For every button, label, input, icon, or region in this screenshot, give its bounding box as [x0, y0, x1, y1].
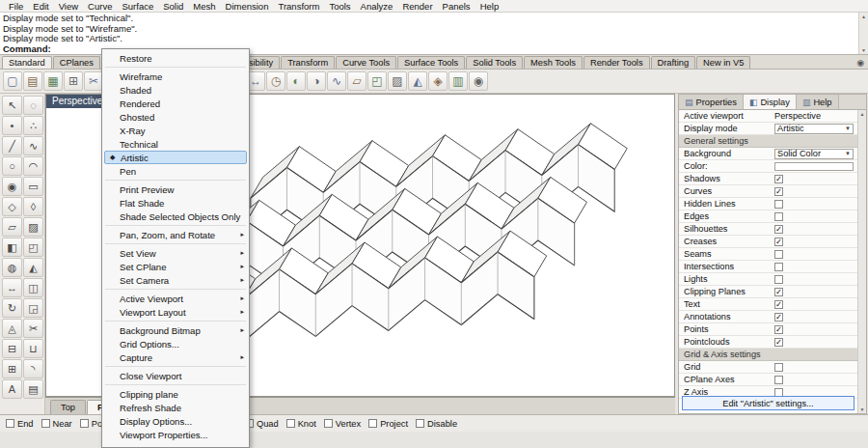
split-tool-icon[interactable]: ⊟: [2, 339, 22, 358]
seams-checkbox[interactable]: [774, 250, 783, 259]
mirror-tool-icon[interactable]: ◬: [2, 319, 22, 338]
osnap-end[interactable]: End: [6, 419, 34, 429]
menu-item-rendered[interactable]: Rendered: [102, 97, 249, 110]
rectangle-tool-icon[interactable]: ▭: [23, 177, 43, 196]
menu-item-display-options[interactable]: Display Options...: [102, 414, 249, 428]
menu-item-close-viewport[interactable]: Close Viewport: [102, 369, 249, 382]
rotate-view-icon[interactable]: ◷: [266, 71, 285, 91]
shadows-checkbox[interactable]: ✓: [774, 175, 783, 183]
trim-tool-icon[interactable]: ✂: [23, 319, 43, 338]
menubar-item-tools[interactable]: Tools: [324, 1, 355, 12]
material-editor-icon[interactable]: ◈: [428, 71, 448, 91]
select-pointer-tool-icon[interactable]: ↖: [2, 96, 22, 115]
osnap-project[interactable]: Project: [368, 419, 408, 429]
tab-transform[interactable]: Transform: [281, 56, 335, 69]
panel-tab-properties[interactable]: ▤Properties: [679, 95, 744, 109]
menu-item-ghosted[interactable]: Ghosted: [102, 110, 249, 124]
tab-curve-tools[interactable]: Curve Tools: [336, 56, 396, 69]
layers-tool-icon[interactable]: ▤: [23, 379, 43, 399]
layer-manager-icon[interactable]: ▥: [448, 71, 468, 91]
options-icon[interactable]: ◉: [469, 71, 488, 91]
menubar-item-curve[interactable]: Curve: [83, 1, 117, 12]
menu-item-shade-selected-objects-only[interactable]: Shade Selected Objects Only: [102, 210, 249, 223]
tab-standard[interactable]: Standard: [2, 56, 52, 69]
box-tool-icon[interactable]: ◰: [23, 238, 43, 257]
creases-checkbox[interactable]: ✓: [774, 238, 783, 246]
osnap-vertex[interactable]: Vertex: [324, 419, 361, 429]
menu-item-technical[interactable]: Technical: [102, 137, 249, 151]
ellipse-tool-icon[interactable]: ◉: [2, 177, 22, 196]
osnap-project-checkbox[interactable]: [368, 419, 377, 428]
menu-item-clipping-plane[interactable]: Clipping plane: [102, 387, 249, 401]
menu-item-wireframe[interactable]: Wireframe: [102, 70, 249, 83]
array-tool-icon[interactable]: ⊞: [2, 359, 22, 378]
annotations-checkbox[interactable]: ✓: [774, 313, 783, 322]
osnap-knot-checkbox[interactable]: [286, 419, 295, 428]
menubar-item-view[interactable]: View: [54, 1, 83, 12]
mesh-tools-icon[interactable]: ▨: [388, 71, 407, 91]
extrude-tool-icon[interactable]: ◧: [2, 238, 22, 257]
toolbar-options-icon[interactable]: ◉: [856, 58, 864, 68]
edges-checkbox[interactable]: [774, 212, 783, 221]
osnap-vertex-checkbox[interactable]: [324, 419, 333, 428]
scale-tool-icon[interactable]: ◲: [23, 298, 43, 318]
line-tool-icon[interactable]: ╱: [2, 136, 22, 155]
sphere-tool-icon[interactable]: ◍: [2, 258, 22, 277]
lights-checkbox[interactable]: [774, 275, 783, 284]
tab-surface-tools[interactable]: Surface Tools: [397, 56, 465, 69]
menubar-item-file[interactable]: File: [4, 1, 28, 12]
menu-item-capture[interactable]: Capture▸: [102, 350, 249, 364]
panel-tab-display[interactable]: ◧Display: [744, 95, 797, 109]
text-checkbox[interactable]: ✓: [774, 300, 783, 309]
point-tool-icon[interactable]: •: [2, 116, 22, 135]
menu-item-active-viewport[interactable]: Active Viewport▸: [102, 292, 249, 305]
render-icon[interactable]: ◭: [408, 71, 427, 91]
join-tool-icon[interactable]: ⊔: [23, 339, 43, 358]
menu-item-viewport-properties[interactable]: Viewport Properties...: [102, 428, 249, 441]
loft-tool-icon[interactable]: ▨: [23, 217, 43, 237]
surface-tool-icon[interactable]: ▱: [2, 217, 22, 237]
osnap-disable-checkbox[interactable]: [416, 419, 424, 428]
points-checkbox[interactable]: ✓: [774, 325, 783, 334]
menu-item-flat-shade[interactable]: Flat Shade: [102, 196, 249, 210]
tab-render-tools[interactable]: Render Tools: [583, 56, 650, 69]
menu-item-pan-zoom-and-rotate[interactable]: Pan, Zoom, and Rotate▸: [102, 228, 249, 241]
edit-artistic-settings-button[interactable]: Edit "Artistic" settings...: [682, 396, 854, 410]
new-file-icon[interactable]: ▢: [3, 71, 22, 91]
menubar-item-render[interactable]: Render: [397, 1, 437, 12]
display-mode-dropdown[interactable]: Artistic▼: [774, 124, 854, 134]
panel-scroll-up-icon[interactable]: ▲: [860, 110, 865, 118]
polygon-tool-icon[interactable]: ◇: [2, 197, 22, 216]
text-tool-icon[interactable]: A: [2, 379, 22, 399]
background-color-swatch[interactable]: [774, 162, 854, 171]
menu-item-set-view[interactable]: Set View▸: [102, 246, 249, 260]
curve-tools-icon[interactable]: ∿: [327, 71, 346, 91]
tab-solid-tools[interactable]: Solid Tools: [466, 56, 523, 69]
osnap-near-checkbox[interactable]: [41, 419, 50, 428]
point-cloud-tool-icon[interactable]: ∴: [23, 116, 43, 135]
surface-tools-icon[interactable]: ▱: [347, 71, 366, 91]
menu-item-pen[interactable]: Pen: [102, 164, 249, 178]
move-tool-icon[interactable]: ↔: [2, 278, 22, 297]
viewport-tab-top[interactable]: Top: [50, 400, 86, 414]
menu-item-background-bitmap[interactable]: Background Bitmap▸: [102, 323, 249, 337]
osnap-disable[interactable]: Disable: [416, 419, 457, 429]
menu-item-print-preview[interactable]: Print Preview: [102, 182, 249, 196]
hidden-lines-checkbox[interactable]: [774, 200, 783, 209]
menubar-item-mesh[interactable]: Mesh: [188, 1, 220, 12]
print-icon[interactable]: ⊞: [64, 71, 83, 91]
command-scrollbar[interactable]: ▲ ▼: [858, 13, 868, 54]
osnap-near[interactable]: Near: [41, 419, 72, 429]
grid-checkbox[interactable]: [774, 363, 783, 372]
menu-item-shaded[interactable]: Shaded: [102, 83, 249, 97]
menubar-item-analyze[interactable]: Analyze: [356, 1, 398, 12]
rotate-tool-icon[interactable]: ↻: [2, 298, 22, 318]
menu-item-refresh-shade[interactable]: Refresh Shade: [102, 401, 249, 414]
menu-item-grid-options[interactable]: Grid Options...: [102, 337, 249, 350]
menu-item-artistic[interactable]: ◆Artistic: [104, 151, 247, 164]
deselect-tool-icon[interactable]: ◌: [23, 96, 43, 115]
menu-item-set-cplane[interactable]: Set CPlane▸: [102, 260, 249, 273]
menubar-item-surface[interactable]: Surface: [117, 1, 158, 12]
menu-item-set-camera[interactable]: Set Camera▸: [102, 273, 249, 287]
tab-new-in-v5[interactable]: New in V5: [696, 56, 750, 69]
